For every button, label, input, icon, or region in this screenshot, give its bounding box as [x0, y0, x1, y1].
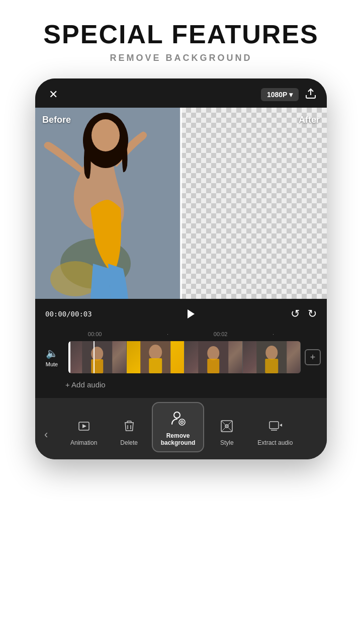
timeline-marker-2: 00:02	[214, 331, 228, 337]
mute-label: Mute	[46, 361, 58, 367]
strip-frame-1	[68, 341, 127, 373]
animation-icon	[77, 419, 91, 436]
resolution-selector[interactable]: 1080P ▾	[261, 88, 299, 101]
toolbar-items: ‹ Animation	[35, 402, 327, 451]
page-subtitle: REMOVE BACKGROUND	[10, 53, 352, 63]
phone-body: ✕ 1080P ▾	[35, 78, 327, 459]
extract-audio-label: Extract audio	[257, 439, 293, 446]
strip-frame-2	[127, 341, 185, 373]
add-audio-label: + Add audio	[65, 380, 106, 389]
toolbar-item-remove-background[interactable]: Removebackground	[152, 402, 205, 452]
style-label: Style	[220, 439, 234, 446]
top-right-controls: 1080P ▾	[261, 88, 317, 102]
svg-marker-17	[188, 309, 195, 318]
strip-frame-3	[185, 341, 243, 373]
toolbar-item-style[interactable]: Style	[204, 414, 249, 451]
svg-rect-37	[269, 422, 279, 429]
close-button[interactable]: ✕	[45, 87, 61, 103]
after-label: After	[299, 115, 320, 125]
svg-point-19	[91, 347, 103, 361]
upload-button[interactable]	[305, 88, 317, 102]
svg-point-32	[174, 412, 180, 418]
add-audio-button[interactable]: + Add audio	[35, 375, 327, 394]
timeline-marker-0: 00:00	[88, 331, 102, 337]
header-section: SPECIAL FEATURES REMOVE BACKGROUND	[0, 0, 362, 73]
timeline-marker-1: ·	[167, 331, 168, 337]
svg-rect-13	[181, 108, 327, 299]
svg-rect-23	[149, 358, 162, 373]
phone-mockup: ✕ 1080P ▾	[0, 78, 362, 459]
before-label: Before	[42, 115, 71, 125]
top-bar: ✕ 1080P ▾	[35, 78, 327, 108]
toolbar-item-animation[interactable]: Animation	[61, 414, 107, 451]
svg-point-12	[92, 119, 120, 151]
add-clip-button[interactable]: +	[305, 349, 321, 365]
remove-background-icon	[170, 410, 186, 429]
style-icon	[220, 419, 234, 436]
animation-label: Animation	[70, 439, 97, 446]
undo-button[interactable]: ↺	[291, 307, 300, 320]
delete-label: Delete	[120, 439, 138, 446]
svg-point-28	[265, 346, 278, 360]
timeline-marker-3: ·	[273, 331, 274, 337]
svg-point-25	[207, 346, 219, 360]
mute-control[interactable]: 🔈 Mute	[39, 347, 64, 367]
timeline-area: 00:00 · 00:02 · 🔈 Mute	[35, 329, 327, 398]
timeline-ruler: 00:00 · 00:02 ·	[35, 329, 327, 339]
svg-point-33	[179, 419, 185, 425]
undo-redo-controls: ↺ ↻	[291, 307, 317, 320]
svg-point-22	[149, 345, 162, 360]
toolbar-item-delete[interactable]: Delete	[107, 414, 152, 451]
mute-icon: 🔈	[46, 347, 58, 359]
svg-marker-31	[82, 424, 86, 428]
playback-bar: 00:00/00:03 ↺ ↻	[35, 299, 327, 329]
strip-frame-4	[243, 341, 301, 373]
video-preview: Before After	[35, 108, 327, 299]
toolbar-item-extract-audio[interactable]: Extract audio	[249, 414, 301, 451]
delete-icon	[123, 419, 136, 436]
extract-audio-icon	[268, 419, 282, 436]
time-display: 00:00/00:03	[45, 310, 92, 318]
svg-rect-29	[265, 359, 278, 373]
bottom-toolbar: ‹ Animation	[35, 398, 327, 459]
redo-button[interactable]: ↻	[308, 307, 317, 320]
svg-marker-38	[280, 424, 282, 427]
svg-point-34	[180, 421, 183, 424]
play-button[interactable]	[181, 304, 201, 324]
svg-rect-26	[207, 359, 219, 373]
back-button[interactable]: ‹	[40, 424, 52, 445]
video-strip[interactable]	[68, 341, 301, 373]
remove-background-label: Removebackground	[161, 432, 196, 446]
page-title: SPECIAL FEATURES	[10, 20, 352, 49]
timeline-content: 🔈 Mute	[35, 339, 327, 375]
svg-rect-16	[180, 108, 182, 299]
svg-rect-20	[91, 359, 103, 373]
